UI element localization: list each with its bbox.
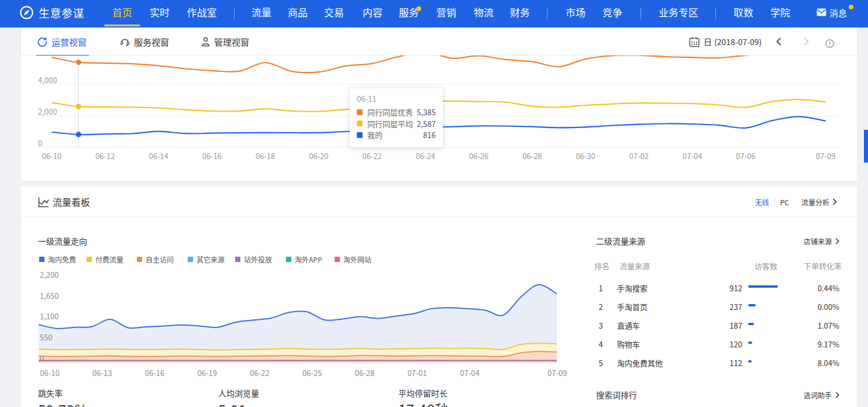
nav-item-5[interactable]: 商品 (288, 0, 308, 27)
nav-item-label: 实时 (150, 5, 170, 19)
x-axis-label: 06-28 (522, 150, 542, 161)
table-row: 3直通车1871.07% (21, 320, 857, 339)
nav-item-label: 市场 (566, 5, 585, 19)
headset-icon (120, 37, 130, 47)
view-tab-label: 运营视窗 (51, 36, 87, 48)
tooltip-date: 06-11 (357, 94, 436, 104)
x-axis-label: 06-26 (469, 150, 488, 161)
legend-item[interactable]: 其它来源 (188, 254, 225, 264)
stat-label: 跳失率 (38, 389, 88, 397)
nav-item-16[interactable]: 学院 (770, 0, 790, 27)
visitors-cell: 187 (684, 320, 742, 331)
nav-item-4[interactable]: 流量 (252, 0, 271, 27)
x-axis-label: 06-30 (576, 150, 595, 161)
view-tab-2[interactable]: 服务视窗 (120, 27, 169, 56)
legend-item[interactable]: 淘外APP (286, 254, 322, 264)
tooltip-row: 同行同层优秀5,385 (357, 106, 436, 118)
stat-value: 5.01 (218, 402, 259, 407)
nav-item-13[interactable]: 竞争 (602, 0, 622, 27)
visitors-bar (748, 304, 756, 306)
tooltip-row: 我的816 (357, 129, 436, 141)
notification-badge-dot (416, 6, 421, 11)
nav-item-9[interactable]: 营销 (436, 0, 456, 27)
source-cell[interactable]: 手淘搜索 (617, 282, 647, 294)
source-cell[interactable]: 手淘首页 (617, 301, 647, 312)
table-row: 1手淘搜索9120.44% (21, 282, 857, 301)
view-tab-1[interactable]: 运营视窗 (37, 27, 87, 56)
traffic-analysis-link[interactable]: 流量分析 (801, 197, 837, 207)
next-date-button[interactable] (801, 36, 811, 50)
x-axis-label: 06-16 (202, 150, 222, 161)
conversion-cell: 9.17% (781, 339, 839, 350)
nav-divider (715, 8, 716, 19)
chevron-right-icon (832, 198, 837, 205)
rank-cell: 3 (594, 320, 607, 331)
tooltip-series-name: 我的 (367, 129, 383, 140)
legend-item[interactable]: 站外投放 (235, 254, 272, 264)
visitors-cell: 120 (684, 339, 742, 350)
table-header-3: 访客数 (755, 260, 777, 271)
tab-wireless[interactable]: 无线 (755, 197, 769, 207)
nav-item-8[interactable]: 服务 (399, 0, 419, 27)
stat-value: 59.73% (38, 402, 88, 407)
legend-label: 自主访问 (146, 254, 174, 264)
nav-item-3[interactable]: 作战室 (187, 0, 217, 27)
conversion-cell: 1.07% (781, 320, 839, 331)
x-axis-label: 07-04 (683, 150, 702, 161)
nav-item-7[interactable]: 内容 (363, 0, 383, 27)
primary-traffic-trend-title: 一级流量走向 (38, 235, 87, 247)
nav-item-label: 流量 (252, 5, 271, 19)
nav-item-11[interactable]: 财务 (510, 0, 530, 27)
info-icon[interactable] (825, 37, 834, 51)
date-granularity-value[interactable]: 日 (2018-07-09) (704, 27, 762, 56)
tooltip-series-name: 同行同层优秀 (367, 106, 413, 118)
legend-item[interactable]: 淘外网站 (335, 254, 371, 264)
nav-item-15[interactable]: 取数 (733, 0, 753, 27)
nav-item-label: 学院 (770, 5, 790, 19)
traffic-board-header: 流量看板 无线 PC 流量分析 (21, 187, 857, 217)
series-line-同行同层优秀 (52, 56, 826, 73)
view-tab-3[interactable]: 管理视窗 (201, 27, 249, 56)
legend-item[interactable]: 付费流量 (87, 254, 123, 264)
legend-swatch (137, 257, 142, 262)
nav-item-label: 竞争 (602, 5, 622, 19)
nav-item-10[interactable]: 物流 (474, 0, 494, 27)
word-picker-link[interactable]: 选词助手 (802, 390, 839, 400)
nav-item-label: 财务 (510, 5, 530, 19)
y-axis-label: 4,000 (38, 74, 57, 85)
source-cell[interactable]: 直通车 (617, 320, 640, 331)
legend-item[interactable]: 淘内免费 (39, 254, 76, 264)
prev-date-button[interactable] (774, 36, 784, 50)
shop-sources-link[interactable]: 店铺来源 (802, 236, 839, 246)
legend-swatch (286, 257, 291, 262)
x-axis-label: 07-06 (736, 150, 755, 161)
messages-entry[interactable]: 消息 (817, 0, 847, 27)
source-cell[interactable]: 淘内免费其他 (617, 357, 663, 368)
brand-logo-compass-icon[interactable] (19, 5, 34, 23)
nav-item-label: 物流 (474, 5, 494, 19)
messages-label: 消息 (829, 6, 847, 19)
nav-item-6[interactable]: 交易 (324, 0, 344, 27)
brand-title[interactable]: 生意参谋 (39, 0, 84, 27)
legend-item[interactable]: 自主访问 (137, 254, 174, 264)
rank-cell: 4 (594, 339, 607, 350)
x-axis-label: 07-09 (816, 150, 835, 161)
hover-dot (76, 132, 81, 137)
page-scrollbar-thumb[interactable] (864, 130, 868, 163)
tooltip-series-value: 5,385 (417, 106, 436, 118)
calendar-icon[interactable] (689, 36, 700, 50)
view-switch-bar: 运营视窗服务视窗管理视窗 日 (2018-07-09) (21, 27, 857, 56)
series-swatch (357, 120, 363, 126)
chart-tooltip: 06-11 同行同层优秀5,385同行同层平均2,587我的816 (350, 88, 443, 147)
nav-item-12[interactable]: 市场 (566, 0, 585, 27)
table-row: 2手淘首页2370.00% (21, 301, 857, 320)
nav-item-label: 内容 (363, 5, 383, 19)
tab-pc[interactable]: PC (780, 197, 789, 207)
nav-item-2[interactable]: 实时 (150, 0, 170, 27)
legend-swatch (39, 257, 44, 262)
nav-item-1[interactable]: 首页 (112, 0, 132, 27)
x-axis-label: 07-02 (629, 150, 649, 161)
source-cell[interactable]: 购物车 (617, 339, 640, 350)
nav-item-14[interactable]: 业务专区 (659, 0, 698, 27)
series-swatch (357, 132, 363, 138)
